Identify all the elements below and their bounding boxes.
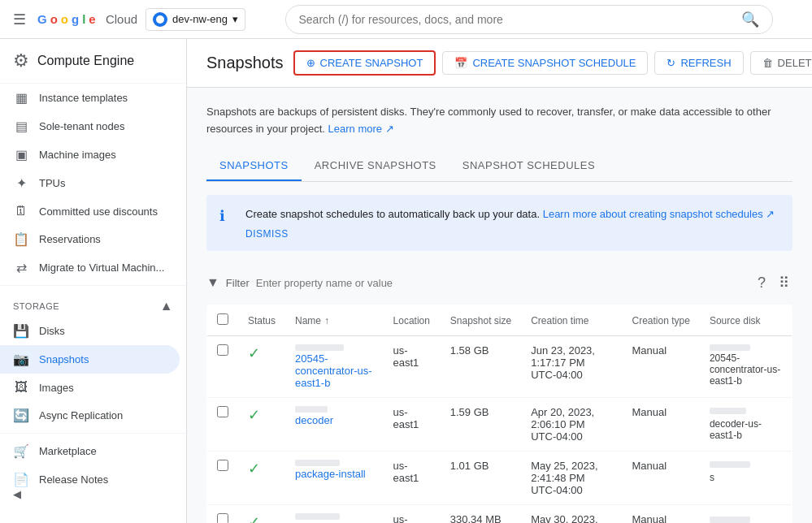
content-area: Snapshots are backups of persistent disk… [187,88,812,523]
sidebar-item-label: Committed use discounts [39,205,158,218]
info-learn-more-link[interactable]: Learn more about creating snapshot sched… [543,208,775,220]
dismiss-button[interactable]: DISMISS [245,228,289,240]
compute-engine-icon: ⚙ [13,50,29,71]
sidebar-item-label: Disks [39,325,65,337]
migrate-icon: ⇄ [13,260,29,275]
search-input[interactable] [299,13,741,26]
tab-archive-snapshots[interactable]: ARCHIVE SNAPSHOTS [302,151,449,181]
status-ok-icon: ✓ [248,345,260,361]
sidebar-item-async-replication[interactable]: 🔄 Async Replication [0,401,180,430]
create-snapshot-schedule-button[interactable]: 📅 CREATE SNAPSHOT SCHEDULE [442,51,648,75]
row1-location: us-east1 [384,336,441,398]
help-icon[interactable]: ? [754,271,769,295]
select-all-checkbox[interactable] [217,313,228,325]
info-banner: ℹ Create snapshot schedules to automatic… [206,195,792,252]
storage-section[interactable]: Storage ▲ [0,289,186,317]
project-icon [153,12,167,27]
filter-input[interactable] [256,277,748,289]
search-bar[interactable]: 🔍 [285,5,773,34]
row3-name-link[interactable]: package-install [295,468,374,480]
delete-icon: 🗑 [762,57,773,69]
sole-tenant-nodes-icon: ▤ [13,119,29,134]
create-snapshot-label: CREATE SNAPSHOT [320,57,423,69]
sidebar-item-machine-images[interactable]: ▣ Machine images [0,140,180,169]
machine-images-icon: ▣ [13,147,29,162]
svg-point-0 [156,15,164,24]
sidebar-item-snapshots[interactable]: 📷 Snapshots [0,345,180,374]
learn-more-link[interactable]: Learn more ↗ [328,123,394,135]
row2-checkbox[interactable] [217,406,228,417]
columns-icon[interactable]: ⠿ [775,270,792,295]
status-ok-icon: ✓ [248,514,260,523]
row2-name-link[interactable]: decoder [295,414,374,426]
sidebar-item-reservations[interactable]: 📋 Reservations [0,225,180,253]
header-status: Status [238,305,285,336]
marketplace-icon: 🛒 [13,443,29,459]
search-icon[interactable]: 🔍 [741,11,759,28]
sidebar-collapse-btn[interactable]: ◀ [0,482,34,507]
table-toolbar: ▼ Filter ? ⠿ [206,264,792,301]
sidebar-item-label: Machine images [39,149,116,161]
storage-label: Storage [13,301,59,311]
row4-snapshot-size: 330.34 MB [441,505,521,523]
row3-status: ✓ [238,452,285,505]
menu-icon[interactable]: ☰ [10,7,29,32]
sidebar-divider [0,285,186,286]
sidebar-item-marketplace[interactable]: 🛒 Marketplace [0,437,180,465]
snapshots-table: Status Name ↑ Location Snapshot [206,305,792,523]
filter-label: Filter [226,277,250,289]
sidebar-item-label: Migrate to Virtual Machin... [39,262,164,274]
header-name[interactable]: Name ↑ [285,305,384,336]
sidebar-item-migrate-vm[interactable]: ⇄ Migrate to Virtual Machin... [0,253,180,282]
sidebar-item-tpus[interactable]: ✦ TPUs [0,169,180,197]
row-checkbox [207,336,239,398]
delete-button[interactable]: 🗑 DELETE [750,51,812,75]
tab-snapshot-schedules[interactable]: SNAPSHOT SCHEDULES [449,151,608,181]
row1-name: 20545-concentrator-us-east1-b [285,336,384,398]
schedule-icon: 📅 [454,57,467,69]
page-header: Snapshots ⊕ CREATE SNAPSHOT 📅 CREATE SNA… [187,39,812,88]
table-toolbar-right: ? ⠿ [754,270,792,295]
info-content: Create snapshot schedules to automatical… [245,206,775,240]
sidebar-item-sole-tenant-nodes[interactable]: ▤ Sole-tenant nodes [0,112,180,140]
header-location: Location [384,305,441,336]
row2-location: us-east1 [384,398,441,452]
row2-source-disk: decoder-us-east1-b [700,398,792,452]
row1-name-link[interactable]: 20545-concentrator-us-east1-b [295,352,374,389]
row1-source-disk: 20545-concentrator-us-east1-b [700,336,792,398]
create-snapshot-schedule-label: CREATE SNAPSHOT SCHEDULE [472,57,636,69]
create-snapshot-button[interactable]: ⊕ CREATE SNAPSHOT [293,50,436,76]
sidebar: ⚙ Compute Engine ▦ Instance templates ▤ … [0,39,187,523]
sidebar-item-label: Snapshots [39,353,89,365]
dropdown-icon: ▾ [232,13,238,25]
info-text: Create snapshot schedules to automatical… [245,206,775,223]
table-row: ✓ 20545-concentrator-us-east1-b us-east1 [207,336,792,398]
project-selector[interactable]: dev-nw-eng ▾ [145,8,245,31]
refresh-button[interactable]: ↻ REFRESH [654,51,743,75]
sidebar-item-disks[interactable]: 💾 Disks [0,317,180,345]
disks-icon: 💾 [13,323,29,339]
header-actions: ⊕ CREATE SNAPSHOT 📅 CREATE SNAPSHOT SCHE… [293,50,812,76]
topbar: ☰ Google Cloud dev-nw-eng ▾ 🔍 [0,0,812,39]
tab-snapshots[interactable]: SNAPSHOTS [206,151,302,181]
async-replication-icon: 🔄 [13,408,29,423]
row3-source-disk: s [700,452,792,505]
refresh-label: REFRESH [680,57,731,69]
sidebar-item-label: Images [39,382,74,394]
sidebar-item-images[interactable]: 🖼 Images [0,374,180,401]
status-ok-icon: ✓ [248,407,260,423]
row3-checkbox[interactable] [217,460,228,471]
row4-creation-type: Manual [623,505,700,523]
row3-creation-time: May 25, 2023, 2:41:48 PM UTC-04:00 [521,452,622,505]
tab-archive-snapshots-label: ARCHIVE SNAPSHOTS [315,159,436,171]
sidebar-item-instance-templates[interactable]: ▦ Instance templates [0,84,180,112]
snapshots-icon: 📷 [13,352,29,367]
row2-name: decoder [285,398,384,452]
row1-checkbox[interactable] [217,344,228,356]
tab-snapshot-schedules-label: SNAPSHOT SCHEDULES [462,159,595,171]
delete-label: DELETE [778,57,812,69]
row4-checkbox[interactable] [217,513,228,523]
row2-snapshot-size: 1.59 GB [441,398,521,452]
sidebar-item-committed-use-discounts[interactable]: 🗓 Committed use discounts [0,197,180,225]
sidebar-item-label: Async Replication [39,409,123,421]
